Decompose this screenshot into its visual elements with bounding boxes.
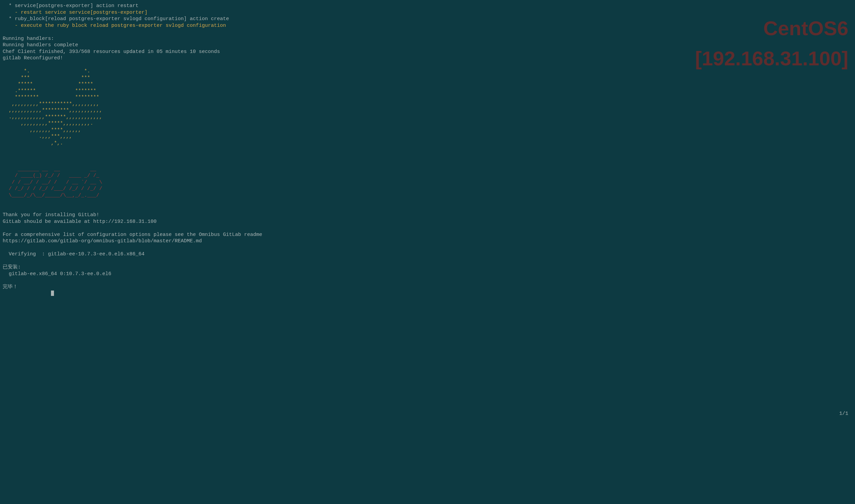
terminal-line: ***** *****: [3, 81, 852, 88]
terminal-line: https://gitlab.com/gitlab-org/omnibus-gi…: [3, 238, 852, 245]
terminal-line: [3, 199, 852, 205]
terminal-line: \____/_/\__/_____/\__,_/_.___/: [3, 192, 852, 199]
terminal-line: [3, 277, 852, 284]
terminal-line: [3, 146, 852, 153]
terminal-line: *** ***: [3, 75, 852, 82]
page-ratio: 1/1: [839, 411, 848, 417]
terminal-line: [3, 160, 852, 166]
terminal-line: gitlab-ee.x86_64 0:10.7.3-ee.0.el6: [3, 271, 852, 277]
terminal-line: Verifying : gitlab-ee-10.7.3-ee.0.el6.x8…: [3, 251, 852, 258]
terminal-line: [3, 205, 852, 212]
terminal-line: ,*,.: [3, 140, 852, 147]
terminal-line: / / __/ / __/ / / __ `/ __ \: [3, 179, 852, 186]
terminal-host-watermark: CentOS6 [192.168.31.100]: [695, 13, 848, 74]
terminal-line: ,,,,,,,,,***********,,,,,,,,,: [3, 101, 852, 108]
terminal-line: .****** *******: [3, 88, 852, 94]
terminal-line: For a comprehensive list of configuratio…: [3, 232, 852, 238]
watermark-hostname: CentOS6: [695, 13, 848, 43]
terminal-line: * service[postgres-exporter] action rest…: [3, 3, 852, 10]
terminal-cursor-line: [3, 290, 852, 297]
terminal-line: [3, 153, 852, 160]
terminal-line: ,,,,,,,****,,,,,,: [3, 127, 852, 134]
terminal-line: [3, 245, 852, 251]
terminal-line: 已安装:: [3, 264, 852, 271]
terminal-line: [3, 225, 852, 232]
terminal-line: GitLab should be available at http://192…: [3, 218, 852, 225]
terminal-line: _______ __ __ __: [3, 166, 852, 173]
terminal-line: .,,,***,,,,: [3, 133, 852, 140]
watermark-ip: [192.168.31.100]: [695, 43, 848, 74]
terminal-line: .,,,,,,,,,,,*******,,,,,,,,,,,,: [3, 114, 852, 121]
terminal-line: Thank you for installing GitLab!: [3, 212, 852, 218]
terminal-line: / /_/ / / /_/ /___/ /_/ / /_/ /: [3, 186, 852, 192]
terminal-line: ,,,,,,,,,,,*********,,,,,,,,,,,: [3, 107, 852, 114]
terminal-line: [3, 258, 852, 265]
cursor: [51, 290, 54, 296]
terminal-line: ,,,,,,,,,*****,,,,,,,,,.: [3, 120, 852, 127]
terminal-line: 完毕！: [3, 284, 852, 290]
terminal-line: / ____(_) /_/ / ____ _/ /_: [3, 173, 852, 179]
terminal-line: ******** ********: [3, 94, 852, 101]
